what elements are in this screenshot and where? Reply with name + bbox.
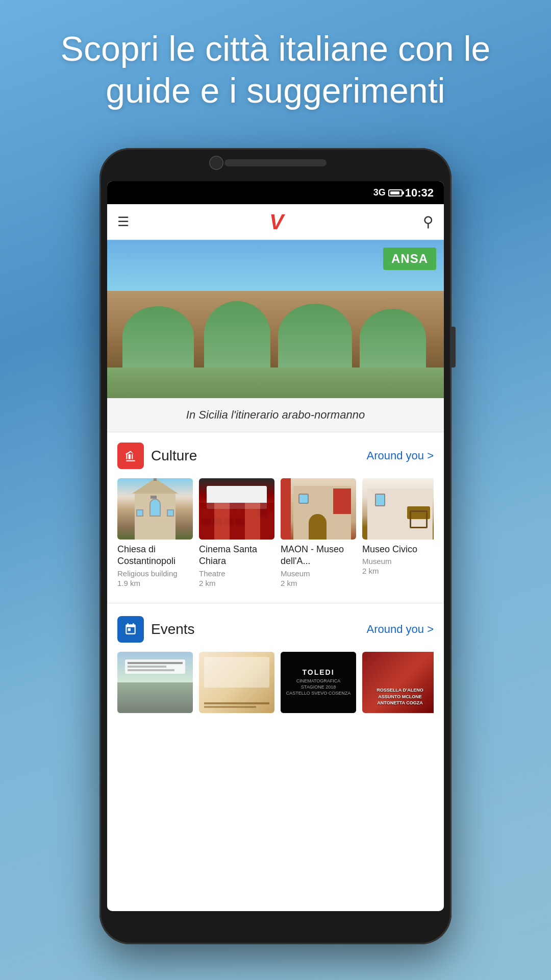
event-card-1-image	[199, 652, 274, 713]
culture-card-0-dist: 1.9 km	[117, 579, 193, 587]
events-section: Events Around you >	[107, 606, 444, 725]
app-topbar: ☰ V ⚲	[107, 204, 444, 240]
culture-section-header: Culture Around you >	[117, 443, 434, 469]
events-label: Events	[151, 621, 195, 638]
events-section-header: Events Around you >	[117, 616, 434, 643]
phone-side-button	[452, 327, 456, 368]
culture-card-1-type: Theatre	[199, 569, 274, 578]
event-card-0-image	[117, 652, 193, 713]
culture-label: Culture	[151, 448, 197, 464]
phone-frame: 3G 10:32 ☰ V ⚲ ANSA In Sicil	[99, 148, 452, 944]
event-card-2-image: TOLEDI CINEMATOGRAFICASTAGIONE 2018CASTE…	[281, 652, 356, 713]
event-card-3-image: ROSSELLA D'ALENOASSUNTO MCLONEANTONETTA …	[362, 652, 434, 713]
events-title-group: Events	[117, 616, 195, 643]
culture-card-1-name: Cinema Santa Chiara	[199, 544, 274, 568]
status-icons: 3G 10:32	[373, 186, 434, 200]
headline-text: Scopri le città italiane con le guide e …	[31, 28, 520, 111]
event-card-1[interactable]	[199, 652, 274, 717]
phone-camera	[209, 156, 223, 170]
culture-cards-row: Chiesa di Costantinopoli Religious build…	[117, 478, 434, 595]
culture-title-group: Culture	[117, 443, 197, 469]
ansa-badge: ANSA	[383, 248, 436, 270]
culture-card-0-name: Chiesa di Costantinopoli	[117, 544, 193, 568]
culture-card-3-type: Museum	[362, 557, 434, 566]
culture-card-3-name: Museo Civico	[362, 544, 434, 555]
clock: 10:32	[405, 186, 434, 200]
culture-card-1[interactable]: Cinema Santa Chiara Theatre 2 km	[199, 478, 274, 587]
culture-card-2-type: Museum	[281, 569, 356, 578]
culture-card-1-dist: 2 km	[199, 579, 274, 587]
culture-card-0-image	[117, 478, 193, 540]
bridge-arch-4	[360, 309, 426, 368]
culture-around-you-link[interactable]: Around you >	[367, 449, 434, 462]
culture-card-3-image	[362, 478, 434, 540]
culture-card-3-dist: 2 km	[362, 567, 434, 575]
search-icon[interactable]: ⚲	[423, 213, 434, 230]
culture-card-2-image	[281, 478, 356, 540]
events-cards-row: TOLEDI CINEMATOGRAFICASTAGIONE 2018CASTE…	[117, 652, 434, 725]
event-card-0[interactable]	[117, 652, 193, 717]
culture-card-1-image	[199, 478, 274, 540]
culture-card-0-type: Religious building	[117, 569, 193, 578]
bridge-arch-3	[278, 304, 352, 368]
events-section-icon	[117, 616, 144, 643]
culture-card-2-dist: 2 km	[281, 579, 356, 587]
culture-card-0[interactable]: Chiesa di Costantinopoli Religious build…	[117, 478, 193, 587]
events-around-you-link[interactable]: Around you >	[367, 623, 434, 636]
app-logo: V	[269, 210, 283, 234]
article-title-bar: In Sicilia l'itinerario arabo-normanno	[107, 398, 444, 432]
culture-section: Culture Around you >	[107, 432, 444, 600]
culture-card-2-name: MAON - Museo dell'A...	[281, 544, 356, 568]
culture-section-icon	[117, 443, 144, 469]
article-title-text: In Sicilia l'itinerario arabo-normanno	[120, 408, 431, 422]
section-divider	[107, 603, 444, 603]
status-bar: 3G 10:32	[107, 181, 444, 204]
headline-section: Scopri le città italiane con le guide e …	[0, 28, 551, 111]
hero-image[interactable]: ANSA	[107, 240, 444, 398]
event-card-2[interactable]: TOLEDI CINEMATOGRAFICASTAGIONE 2018CASTE…	[281, 652, 356, 717]
bridge-arch-1	[122, 306, 194, 368]
phone-screen: 3G 10:32 ☰ V ⚲ ANSA In Sicil	[107, 181, 444, 911]
calendar-icon	[124, 623, 137, 636]
culture-card-3[interactable]: Museo Civico Museum 2 km	[362, 478, 434, 587]
bridge-arch-2	[204, 301, 270, 368]
phone-speaker	[224, 159, 327, 166]
museum-icon	[124, 449, 137, 462]
culture-card-2[interactable]: MAON - Museo dell'A... Museum 2 km	[281, 478, 356, 587]
event-card-3[interactable]: ROSSELLA D'ALENOASSUNTO MCLONEANTONETTA …	[362, 652, 434, 717]
battery-icon	[388, 189, 403, 197]
network-indicator: 3G	[373, 187, 386, 198]
hamburger-menu-icon[interactable]: ☰	[117, 214, 129, 230]
